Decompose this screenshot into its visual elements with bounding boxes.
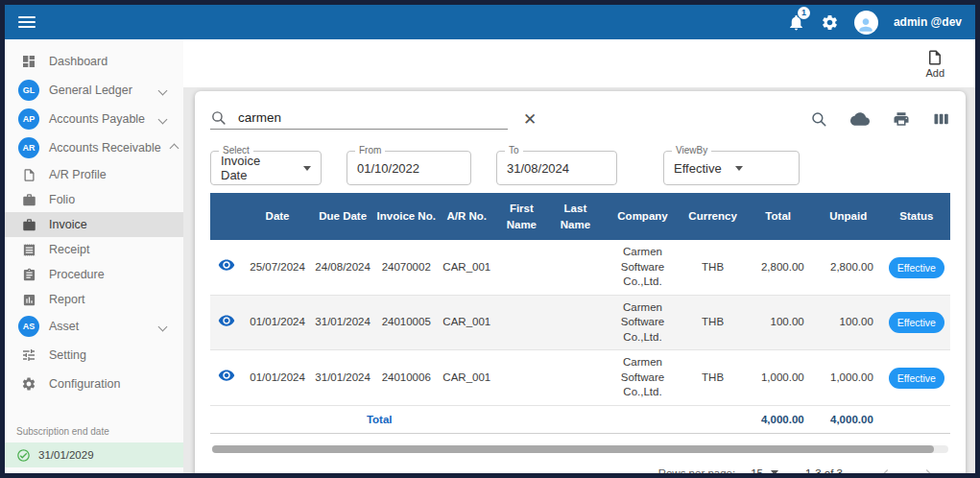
printer-icon: [893, 110, 910, 128]
subscription-end-date-label: Subscription end date: [5, 426, 183, 442]
cell-invoice-no: 24010006: [373, 350, 439, 406]
sidebar-item-accounts-payable[interactable]: AP Accounts Payable: [5, 105, 183, 133]
to-date-field[interactable]: To 31/08/2024: [496, 151, 617, 185]
gear-icon: [18, 374, 39, 394]
cell-total: 2,800.00: [743, 240, 814, 295]
document-icon: [18, 165, 39, 184]
notifications-button[interactable]: 1: [787, 13, 805, 32]
cell-currency: THB: [683, 240, 743, 295]
print-button[interactable]: [893, 110, 910, 128]
sidebar-item-ar-profile[interactable]: A/R Profile: [5, 162, 183, 187]
sidebar-item-configuration[interactable]: Configuration: [5, 370, 183, 398]
sidebar-item-asset[interactable]: AS Asset: [5, 312, 183, 341]
cell-unpaid: 2,800.00: [814, 240, 883, 295]
cloud-download-icon: [850, 109, 870, 129]
rows-per-page-select[interactable]: 15: [751, 467, 778, 478]
receipt-icon: [18, 240, 39, 259]
viewby-dropdown[interactable]: ViewBy Effective: [663, 151, 800, 185]
ar-badge: AR: [18, 137, 39, 158]
cell-invoice-no: 24070002: [373, 240, 439, 295]
from-date-label: From: [355, 145, 385, 155]
chart-icon: [18, 290, 39, 309]
search-field: [210, 109, 508, 130]
column-ar-no: A/R No.: [439, 193, 494, 240]
advanced-search-button[interactable]: [810, 110, 827, 128]
search-icon: [810, 110, 827, 128]
cell-first-name: [494, 295, 548, 350]
cell-ar-no: CAR_001: [439, 295, 494, 350]
column-total: Total: [743, 193, 814, 240]
sidebar-item-label: Invoice: [49, 218, 174, 231]
add-document-icon: [926, 49, 944, 66]
top-bar: 1 admin @dev: [5, 5, 975, 39]
sidebar-item-procedure[interactable]: Procedure: [5, 262, 183, 287]
sidebar-item-folio[interactable]: Folio: [5, 187, 183, 212]
search-input[interactable]: [236, 109, 508, 126]
table-row[interactable]: 25/07/2024 24/08/2024 24070002 CAR_001 C…: [210, 240, 950, 295]
columns-button[interactable]: [933, 110, 950, 128]
clipboard-icon: [18, 265, 39, 284]
status-badge: Effective: [889, 368, 944, 389]
clear-search-icon[interactable]: ✕: [523, 111, 537, 128]
cell-invoice-no: 24010005: [373, 295, 439, 350]
rows-per-page-value: 15: [751, 467, 763, 478]
add-button-label: Add: [925, 67, 944, 79]
sidebar-item-dashboard[interactable]: Dashboard: [5, 47, 183, 76]
settings-button[interactable]: [821, 13, 839, 32]
status-badge: Effective: [889, 257, 944, 278]
column-currency: Currency: [683, 193, 743, 240]
sidebar-item-setting[interactable]: Setting: [5, 341, 183, 370]
cell-ar-no: CAR_001: [439, 240, 494, 295]
cell-last-name: [548, 295, 602, 350]
column-invoice-no: Invoice No.: [373, 193, 439, 240]
select-filter-label: Select: [219, 145, 253, 155]
cell-total: 100.00: [743, 295, 814, 350]
view-row-button[interactable]: [218, 256, 235, 274]
cell-due-date: 24/08/2024: [312, 240, 373, 295]
next-page-button[interactable]: [910, 466, 946, 478]
add-button[interactable]: Add: [925, 49, 944, 79]
chevron-down-icon: [158, 85, 168, 95]
cell-company: Carmen Software Co.,Ltd.: [602, 240, 682, 295]
subscription-section: Subscription end date 31/01/2029: [5, 426, 183, 473]
sidebar-item-receipt[interactable]: Receipt: [5, 237, 183, 262]
cell-due-date: 31/01/2024: [312, 350, 373, 406]
chevron-right-icon: [921, 466, 935, 478]
export-button[interactable]: [850, 109, 870, 129]
column-due-date: Due Date: [312, 193, 373, 240]
sidebar-item-label: Report: [49, 293, 174, 306]
previous-page-button[interactable]: [868, 466, 904, 478]
sidebar-item-report[interactable]: Report: [5, 287, 183, 312]
sidebar-item-invoice[interactable]: Invoice: [5, 212, 183, 237]
invoice-icon: [18, 215, 39, 234]
invoice-list-card: ✕ Select Invoice Date From 01/10/2022 To…: [195, 91, 966, 478]
chevron-up-icon: [169, 143, 179, 153]
cell-date: 01/01/2024: [243, 350, 312, 406]
pagination-bar: Rows per page: 15 1-3 of 3: [210, 453, 950, 478]
select-filter-dropdown[interactable]: Select Invoice Date: [210, 151, 322, 185]
cell-date: 01/01/2024: [243, 295, 312, 350]
cell-first-name: [494, 350, 548, 406]
invoice-table: Date Due Date Invoice No. A/R No. First …: [210, 193, 950, 434]
view-row-button[interactable]: [218, 312, 235, 329]
column-last-name: Last Name: [548, 193, 602, 240]
sidebar-item-accounts-receivable[interactable]: AR Accounts Receivable: [5, 133, 183, 162]
from-date-field[interactable]: From 01/10/2022: [347, 151, 471, 185]
viewby-label: ViewBy: [672, 145, 711, 155]
user-avatar[interactable]: [854, 11, 878, 35]
filter-row: Select Invoice Date From 01/10/2022 To 3…: [210, 151, 950, 185]
cell-company: Carmen Software Co.,Ltd.: [602, 350, 682, 406]
table-row[interactable]: 01/01/2024 31/01/2024 24010006 CAR_001 C…: [210, 350, 950, 406]
check-circle-icon: [16, 448, 31, 463]
menu-icon[interactable]: [18, 16, 36, 28]
to-date-label: To: [505, 145, 523, 155]
table-row[interactable]: 01/01/2024 31/01/2024 24010005 CAR_001 C…: [210, 295, 950, 350]
chevron-down-icon: [158, 322, 168, 331]
sidebar-item-general-ledger[interactable]: GL General Ledger: [5, 76, 183, 105]
view-row-button[interactable]: [218, 367, 235, 384]
table-footer: Total 4,000.00 4,000.00: [210, 405, 950, 433]
pagination-range: 1-3 of 3: [805, 467, 843, 478]
scrollbar-thumb[interactable]: [212, 445, 934, 453]
main-content: Add ✕ Select Invoice Date: [183, 39, 975, 473]
subscription-date-bar: 31/01/2029: [5, 442, 183, 467]
